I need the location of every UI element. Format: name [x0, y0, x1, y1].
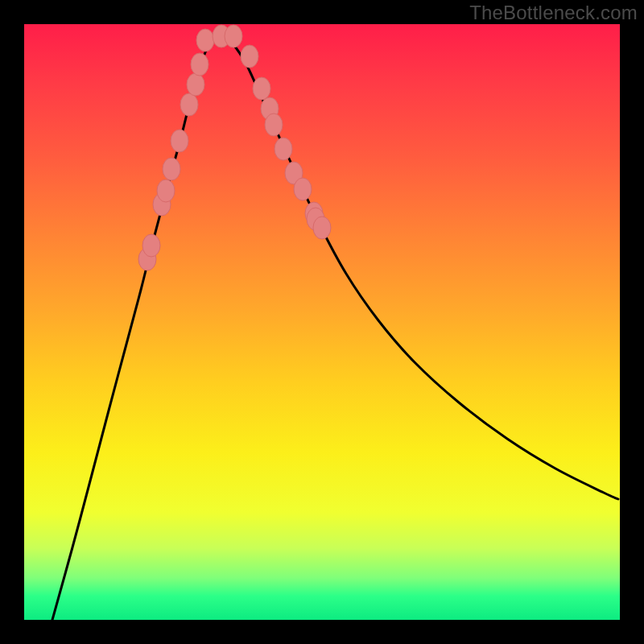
data-marker	[313, 217, 331, 239]
data-marker	[180, 93, 198, 116]
data-marker	[225, 25, 242, 47]
data-marker	[187, 73, 204, 96]
data-marker	[163, 158, 180, 180]
data-marker	[142, 234, 160, 257]
data-marker	[171, 130, 188, 152]
data-marker	[265, 114, 283, 136]
data-marker	[241, 45, 258, 68]
watermark-text: TheBottleneck.com	[469, 2, 638, 24]
data-marker	[294, 178, 312, 200]
data-marker	[275, 138, 292, 160]
data-marker	[191, 53, 208, 76]
data-marker	[253, 77, 270, 100]
marker-layer	[24, 24, 620, 620]
data-marker	[196, 29, 214, 52]
data-marker	[157, 180, 175, 202]
